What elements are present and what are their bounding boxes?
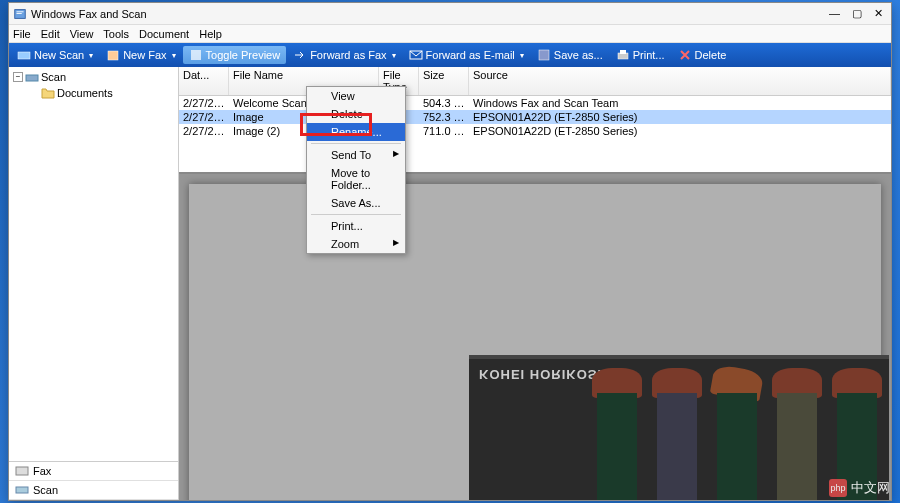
cell-date: 2/27/202...	[179, 111, 229, 123]
cm-rename[interactable]: Rename...	[307, 123, 405, 141]
forward-fax-icon	[293, 48, 307, 62]
toggle-preview-button[interactable]: Toggle Preview	[183, 46, 287, 64]
cm-delete[interactable]: Delete	[307, 105, 405, 123]
view-switcher: Fax Scan	[9, 461, 178, 500]
folder-tree: − Scan Documents	[9, 67, 178, 461]
file-list: Dat... File Name File Type Size Source 2…	[179, 67, 891, 172]
col-date[interactable]: Dat...	[179, 67, 229, 95]
close-button[interactable]: ✕	[874, 7, 883, 20]
table-row[interactable]: 2/27/202...Image752.3 KBEPSON01A22D (ET-…	[179, 110, 891, 124]
cm-move-to[interactable]: Move to Folder...	[307, 164, 405, 194]
svg-rect-11	[16, 467, 28, 475]
cm-separator	[311, 214, 401, 215]
app-icon	[13, 7, 27, 21]
submenu-arrow-icon: ▶	[393, 238, 399, 247]
preview-icon	[189, 48, 203, 62]
col-source[interactable]: Source	[469, 67, 891, 95]
watermark: php 中文网	[829, 479, 890, 497]
svg-rect-2	[17, 13, 22, 14]
forward-email-button[interactable]: Forward as E-mail▾	[403, 46, 530, 64]
new-scan-button[interactable]: New Scan▾	[11, 46, 99, 64]
fax-view-button[interactable]: Fax	[9, 462, 178, 481]
minimize-button[interactable]: —	[829, 7, 840, 20]
cell-date: 2/27/202...	[179, 97, 229, 109]
cell-date: 2/27/202...	[179, 125, 229, 137]
cm-view[interactable]: View	[307, 87, 405, 105]
cell-size: 711.0 KB	[419, 125, 469, 137]
save-icon	[537, 48, 551, 62]
php-logo-icon: php	[829, 479, 847, 497]
fax-icon	[106, 48, 120, 62]
scanner-icon	[17, 48, 31, 62]
menu-edit[interactable]: Edit	[41, 28, 60, 40]
table-row[interactable]: 2/27/202...Image (2)711.0 KBEPSON01A22D …	[179, 124, 891, 138]
preview-pane: KOHEI HORIKOSHI	[179, 172, 891, 500]
tree-documents[interactable]: Documents	[11, 85, 176, 101]
cell-source: EPSON01A22D (ET-2850 Series)	[469, 111, 891, 123]
cell-size: 752.3 KB	[419, 111, 469, 123]
forward-fax-button[interactable]: Forward as Fax▾	[287, 46, 401, 64]
scan-view-button[interactable]: Scan	[9, 481, 178, 500]
cm-zoom[interactable]: Zoom▶	[307, 235, 405, 253]
context-menu: View Delete Rename... Send To▶ Move to F…	[306, 86, 406, 254]
submenu-arrow-icon: ▶	[393, 149, 399, 158]
menu-document[interactable]: Document	[139, 28, 189, 40]
svg-rect-1	[17, 11, 24, 12]
svg-rect-7	[539, 50, 549, 60]
svg-rect-3	[18, 52, 30, 59]
fax-small-icon	[15, 465, 29, 477]
tree-root-scan[interactable]: − Scan	[11, 69, 176, 85]
menu-view[interactable]: View	[70, 28, 94, 40]
cm-save-as[interactable]: Save As...	[307, 194, 405, 212]
table-row[interactable]: 2/27/202...Welcome Scanjpg504.3 KBWindow…	[179, 96, 891, 110]
menu-help[interactable]: Help	[199, 28, 222, 40]
menu-bar: File Edit View Tools Document Help	[9, 25, 891, 43]
cm-send-to[interactable]: Send To▶	[307, 146, 405, 164]
svg-rect-10	[26, 75, 38, 81]
print-icon	[616, 48, 630, 62]
delete-button[interactable]: Delete	[672, 46, 733, 64]
cm-print[interactable]: Print...	[307, 217, 405, 235]
scanner-folder-icon	[25, 70, 39, 84]
cm-separator	[311, 143, 401, 144]
save-as-button[interactable]: Save as...	[531, 46, 609, 64]
svg-rect-9	[620, 50, 626, 54]
svg-rect-4	[108, 51, 118, 60]
collapse-icon[interactable]: −	[13, 72, 23, 82]
new-fax-button[interactable]: New Fax▾	[100, 46, 181, 64]
print-button[interactable]: Print...	[610, 46, 671, 64]
svg-rect-5	[191, 50, 201, 60]
cell-source: Windows Fax and Scan Team	[469, 97, 891, 109]
window-title: Windows Fax and Scan	[31, 8, 829, 20]
cell-size: 504.3 KB	[419, 97, 469, 109]
list-header: Dat... File Name File Type Size Source	[179, 67, 891, 96]
app-window: Windows Fax and Scan — ▢ ✕ File Edit Vie…	[8, 2, 892, 501]
menu-file[interactable]: File	[13, 28, 31, 40]
maximize-button[interactable]: ▢	[852, 7, 862, 20]
menu-tools[interactable]: Tools	[103, 28, 129, 40]
scanned-book: KOHEI HORIKOSHI	[469, 355, 889, 500]
title-bar: Windows Fax and Scan — ▢ ✕	[9, 3, 891, 25]
email-icon	[409, 48, 423, 62]
folder-icon	[41, 86, 55, 100]
scan-small-icon	[15, 484, 29, 496]
delete-icon	[678, 48, 692, 62]
cell-source: EPSON01A22D (ET-2850 Series)	[469, 125, 891, 137]
col-size[interactable]: Size	[419, 67, 469, 95]
svg-rect-12	[16, 487, 28, 493]
toolbar: New Scan▾ New Fax▾ Toggle Preview Forwar…	[9, 43, 891, 67]
navigation-pane: − Scan Documents Fax Scan	[9, 67, 179, 500]
